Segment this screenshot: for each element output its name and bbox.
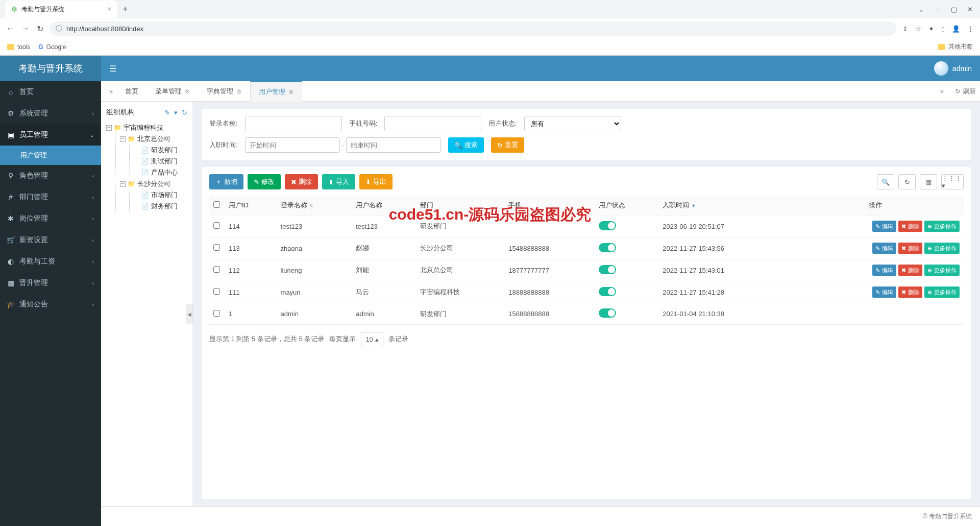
share-icon[interactable]: ⇪ — [902, 25, 908, 33]
tree-node[interactable]: 📄产品中心 — [134, 167, 187, 178]
tool-refresh-icon[interactable]: ↻ — [898, 174, 916, 189]
reload-icon[interactable]: ↻ — [37, 24, 43, 34]
status-select[interactable]: 所有 — [524, 116, 621, 131]
close-window-icon[interactable]: ✕ — [967, 6, 973, 13]
submenu-item[interactable]: 用户管理 — [0, 146, 101, 165]
tabs-refresh[interactable]: ↻ 刷新 — [955, 87, 976, 96]
import-button[interactable]: ⬆导入 — [322, 174, 355, 189]
row-delete-button[interactable]: ✖删除 — [898, 286, 922, 298]
sidebar-item[interactable]: 🎓通知公告‹ — [0, 294, 101, 315]
status-toggle[interactable] — [599, 308, 616, 318]
row-edit-button[interactable]: ✎编辑 — [872, 265, 896, 276]
row-more-button[interactable]: ⊕更多操作 — [924, 221, 960, 232]
maximize-icon[interactable]: ▢ — [951, 6, 957, 13]
tool-search-icon[interactable]: 🔍 — [877, 174, 894, 189]
tree-node[interactable]: −📁宇宙编程科技 — [106, 122, 187, 133]
tool-view-icon[interactable]: ⋮⋮⋮ ▾ — [941, 174, 964, 189]
content-tab[interactable]: 首页 — [117, 82, 147, 101]
phone-input[interactable] — [384, 116, 481, 131]
tree-node[interactable]: 📄财务部门 — [134, 201, 187, 212]
sidebar-item[interactable]: ▣员工管理⌄ — [0, 124, 101, 146]
new-tab-button[interactable]: + — [117, 4, 133, 15]
tree-node[interactable]: 📄测试部门 — [134, 156, 187, 167]
row-delete-button[interactable]: ✖删除 — [898, 265, 922, 276]
edit-button[interactable]: ✎修改 — [248, 174, 281, 189]
login-name-input[interactable] — [245, 116, 342, 131]
close-icon[interactable]: ⊗ — [236, 88, 241, 95]
row-checkbox[interactable] — [213, 310, 220, 317]
row-checkbox[interactable] — [213, 266, 220, 273]
hamburger-icon[interactable]: ☰ — [109, 64, 116, 74]
row-delete-button[interactable]: ✖删除 — [898, 243, 922, 254]
content-tab[interactable]: 菜单管理⊗ — [147, 82, 199, 101]
row-edit-button[interactable]: ✎编辑 — [872, 286, 896, 298]
back-icon[interactable]: ← — [6, 24, 14, 34]
tool-columns-icon[interactable]: ▦ — [920, 174, 937, 189]
content-tab[interactable]: 用户管理⊗ — [250, 81, 302, 102]
forward-icon[interactable]: → — [21, 24, 30, 34]
row-checkbox[interactable] — [213, 222, 220, 229]
close-icon[interactable]: ⊗ — [185, 88, 190, 95]
extension-icon[interactable]: ✦ — [928, 25, 934, 33]
panel-collapse-handle[interactable]: ◀ — [186, 304, 193, 324]
status-toggle[interactable] — [599, 221, 616, 230]
tree-toggle-icon[interactable]: − — [106, 125, 112, 131]
content-tab[interactable]: 字典管理⊗ — [199, 82, 250, 101]
sort-icon[interactable]: ⇅ — [309, 203, 313, 208]
sidebar-item[interactable]: ✱岗位管理‹ — [0, 208, 101, 229]
tabs-arrow-right[interactable]: » — [936, 87, 948, 95]
star-icon[interactable]: ☆ — [915, 25, 921, 33]
minimize-icon[interactable]: — — [934, 6, 941, 13]
select-all-checkbox[interactable] — [213, 201, 220, 208]
org-edit-icon[interactable]: ✎ — [164, 109, 170, 116]
status-toggle[interactable] — [599, 243, 616, 252]
delete-button[interactable]: ✖删除 — [285, 174, 318, 189]
org-refresh-icon[interactable]: ↻ — [182, 109, 187, 116]
sidebar-item[interactable]: ⌂首页 — [0, 81, 101, 103]
status-toggle[interactable] — [599, 287, 616, 296]
row-checkbox[interactable] — [213, 244, 220, 251]
end-date-input[interactable] — [346, 137, 441, 153]
profile-icon[interactable]: 👤 — [952, 25, 960, 33]
sidebar-item[interactable]: ◐考勤与工资‹ — [0, 251, 101, 272]
status-toggle[interactable] — [599, 265, 616, 274]
user-menu[interactable]: admin — [934, 61, 972, 76]
sidebar-item[interactable]: #部门管理‹ — [0, 186, 101, 208]
row-delete-button[interactable]: ✖删除 — [898, 221, 922, 232]
sidebar-item[interactable]: ⚲角色管理‹ — [0, 165, 101, 186]
tree-node[interactable]: 📄市场部门 — [134, 189, 187, 201]
dropdown-icon[interactable]: ⌄ — [918, 6, 924, 13]
row-edit-button[interactable]: ✎编辑 — [872, 221, 896, 232]
side-panel-icon[interactable]: ▯ — [941, 25, 945, 33]
reset-button[interactable]: ↻重置 — [491, 137, 524, 153]
sidebar-item[interactable]: ▥晋升管理‹ — [0, 272, 101, 294]
tree-node[interactable]: −📁长沙分公司 — [120, 178, 187, 189]
close-icon[interactable]: ⊗ — [288, 88, 293, 95]
row-more-button[interactable]: ⊕更多操作 — [924, 265, 960, 276]
sidebar-item[interactable]: ⚙系统管理‹ — [0, 103, 101, 124]
search-button[interactable]: 🔍搜索 — [448, 137, 484, 153]
sidebar-item[interactable]: 🛒薪资设置‹ — [0, 229, 101, 251]
bookmark-google[interactable]: GGoogle — [38, 43, 66, 51]
tabs-arrow-left[interactable]: « — [105, 87, 117, 95]
row-edit-button[interactable]: ✎编辑 — [872, 243, 896, 254]
close-icon[interactable]: × — [108, 6, 111, 13]
start-date-input[interactable] — [245, 137, 340, 153]
add-button[interactable]: ＋新增 — [209, 174, 243, 189]
browser-tab[interactable]: ❇ 考勤与晋升系统 × — [5, 1, 117, 18]
tree-node[interactable]: −📁北京总公司 — [120, 133, 187, 145]
org-caret-icon[interactable]: ▾ — [174, 109, 178, 116]
bookmark-tools[interactable]: tools — [7, 43, 30, 51]
menu-icon[interactable]: ⋮ — [967, 25, 974, 33]
sort-icon[interactable]: ▼ — [691, 203, 696, 208]
tree-toggle-icon[interactable]: − — [120, 181, 126, 187]
tree-node[interactable]: 📄研发部门 — [134, 145, 187, 156]
row-more-button[interactable]: ⊕更多操作 — [924, 286, 960, 298]
export-button[interactable]: ⬇导出 — [359, 174, 393, 189]
row-more-button[interactable]: ⊕更多操作 — [924, 243, 960, 254]
page-size-select[interactable]: 10▴ — [361, 332, 383, 346]
row-checkbox[interactable] — [213, 288, 220, 295]
url-field[interactable]: ⓘ http://localhost:8080/index — [50, 21, 896, 36]
tree-toggle-icon[interactable]: − — [120, 136, 126, 142]
bookmark-other[interactable]: 其他书签 — [938, 42, 973, 51]
